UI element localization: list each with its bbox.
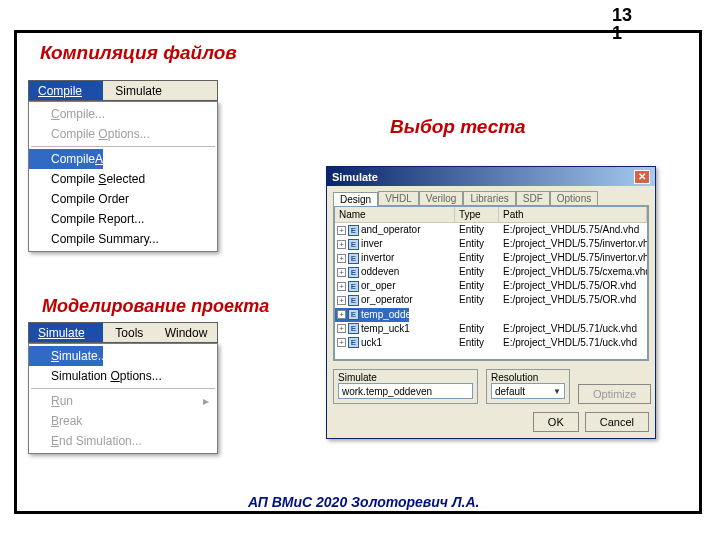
expand-icon[interactable]: + xyxy=(337,240,346,249)
menu-item[interactable]: Compile Selected xyxy=(29,169,217,189)
entity-icon: E xyxy=(348,281,359,292)
menu-item[interactable]: Compile Report... xyxy=(29,209,217,229)
menu-item[interactable]: Simulate... xyxy=(29,346,103,366)
menu-compile[interactable]: Compile xyxy=(29,81,103,100)
dialog-title: Simulate xyxy=(332,171,378,183)
tab-libraries[interactable]: Libraries xyxy=(463,191,515,205)
table-row[interactable]: +Euck1EntityE:/project_VHDL/5.71/uck.vhd xyxy=(335,336,647,350)
entity-icon: E xyxy=(348,309,359,320)
expand-icon[interactable]: + xyxy=(337,226,346,235)
simulate-dialog: Simulate ✕ DesignVHDLVerilogLibrariesSDF… xyxy=(326,166,656,439)
menu-item[interactable]: Compile All xyxy=(29,149,103,169)
resolution-field-label: Resolution xyxy=(491,372,565,383)
dialog-tabs: DesignVHDLVerilogLibrariesSDFOptions xyxy=(327,186,655,205)
table-row[interactable]: +EinverEntityE:/project_VHDL/5.75/invert… xyxy=(335,237,647,251)
menu-window[interactable]: Window xyxy=(156,323,217,342)
menu-simulate[interactable]: Simulate xyxy=(106,81,171,100)
tab-vhdl[interactable]: VHDL xyxy=(378,191,419,205)
menu-item[interactable]: Compile Order xyxy=(29,189,217,209)
expand-icon[interactable]: + xyxy=(337,310,346,319)
menu-item[interactable]: Compile Summary... xyxy=(29,229,217,249)
tab-design[interactable]: Design xyxy=(333,192,378,206)
entity-icon: E xyxy=(348,323,359,334)
footer-text: АП ВМиС 2020 Золоторевич Л.А. xyxy=(248,494,479,510)
table-row[interactable]: +EoddevenEntityE:/project_VHDL/5.75/cxem… xyxy=(335,265,647,279)
expand-icon[interactable]: + xyxy=(337,338,346,347)
entity-icon: E xyxy=(348,337,359,348)
expand-icon[interactable]: + xyxy=(337,296,346,305)
table-row[interactable]: +Eand_operatorEntityE:/project_VHDL/5.75… xyxy=(335,223,647,237)
entity-icon: E xyxy=(348,267,359,278)
dialog-titlebar[interactable]: Simulate ✕ xyxy=(327,167,655,186)
entity-icon: E xyxy=(348,239,359,250)
heading-model: Моделирование проекта xyxy=(42,296,269,317)
simulate-input[interactable] xyxy=(338,383,473,399)
table-row[interactable]: +Etemp_uck1EntityE:/project_VHDL/5.71/uc… xyxy=(335,322,647,336)
optimize-button[interactable]: Optimize xyxy=(578,384,651,404)
table-row[interactable]: +EinvertorEntityE:/project_VHDL/5.75/inv… xyxy=(335,251,647,265)
entity-icon: E xyxy=(348,253,359,264)
list-header: Name Type Path xyxy=(335,207,647,223)
expand-icon[interactable]: + xyxy=(337,268,346,277)
tab-sdf[interactable]: SDF xyxy=(516,191,550,205)
chevron-down-icon: ▼ xyxy=(553,387,561,396)
expand-icon[interactable]: + xyxy=(337,254,346,263)
close-icon[interactable]: ✕ xyxy=(634,170,650,184)
expand-icon[interactable]: + xyxy=(337,324,346,333)
entity-listbox[interactable]: Name Type Path +Eand_operatorEntityE:/pr… xyxy=(334,206,648,360)
entity-icon: E xyxy=(348,295,359,306)
dropdown-simulate: Simulate...Simulation Options...Run▸Brea… xyxy=(28,343,218,454)
menu-item[interactable]: Compile... xyxy=(29,104,217,124)
table-row[interactable]: +Eor_operEntityE:/project_VHDL/5.75/OR.v… xyxy=(335,279,647,293)
expand-icon[interactable]: + xyxy=(337,282,346,291)
simulate-field-label: Simulate xyxy=(338,372,473,383)
heading-compile: Компиляция файлов xyxy=(40,42,237,64)
menu-item[interactable]: Compile Options... xyxy=(29,124,217,144)
menu-item[interactable]: Run▸ xyxy=(29,391,217,411)
table-row[interactable]: +Etemp_oddevenEntityE:/project_VHDL/5.75… xyxy=(335,308,409,322)
menu-tools-2[interactable]: Tools xyxy=(106,323,152,342)
menu-simulate-2[interactable]: Simulate xyxy=(29,323,103,342)
tab-verilog[interactable]: Verilog xyxy=(419,191,464,205)
menu-item[interactable]: End Simulation... xyxy=(29,431,217,451)
table-row[interactable]: +Eor_operatorEntityE:/project_VHDL/5.75/… xyxy=(335,293,647,307)
menubar-simulate: Simulate Tools Window xyxy=(28,322,218,343)
ok-button[interactable]: OK xyxy=(533,412,579,432)
resolution-select[interactable]: default ▼ xyxy=(491,383,565,399)
heading-choose: Выбор теста xyxy=(390,116,526,138)
entity-icon: E xyxy=(348,225,359,236)
menu-item[interactable]: Break xyxy=(29,411,217,431)
menubar-compile: Compile Simulate Tools xyxy=(28,80,218,101)
tab-options[interactable]: Options xyxy=(550,191,598,205)
dropdown-compile: Compile...Compile Options...Compile AllC… xyxy=(28,101,218,252)
cancel-button[interactable]: Cancel xyxy=(585,412,649,432)
menu-item[interactable]: Simulation Options... xyxy=(29,366,217,386)
